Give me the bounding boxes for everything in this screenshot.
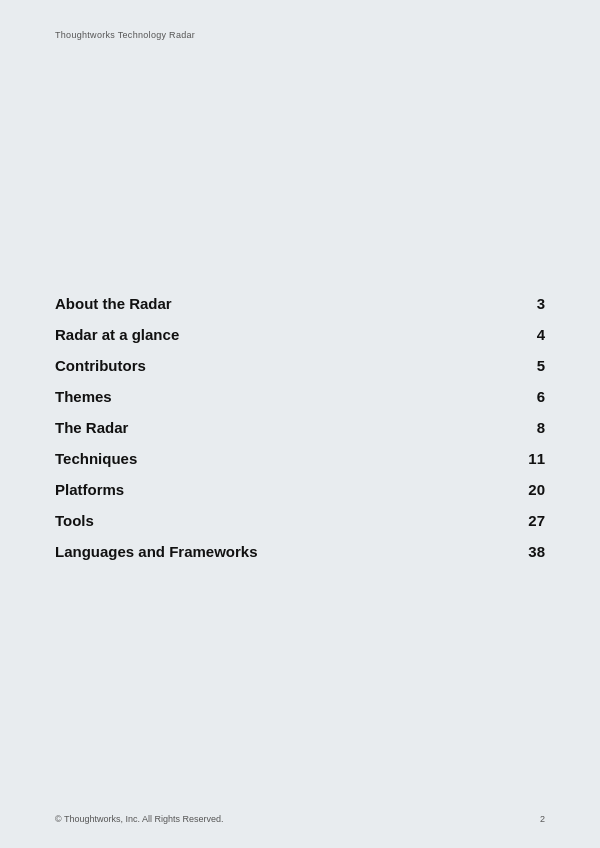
toc-item-page: 8 (537, 419, 545, 436)
toc-item: Radar at a glance4 (55, 326, 545, 343)
toc-item: Contributors5 (55, 357, 545, 374)
toc-item: Techniques11 (55, 450, 545, 467)
footer-copyright: © Thoughtworks, Inc. All Rights Reserved… (55, 814, 224, 824)
toc-item-page: 20 (528, 481, 545, 498)
page-header: Thoughtworks Technology Radar (55, 24, 545, 42)
toc-item: Platforms20 (55, 481, 545, 498)
toc-item: Tools27 (55, 512, 545, 529)
page: Thoughtworks Technology Radar About the … (0, 0, 600, 848)
toc-item-label: Platforms (55, 481, 124, 498)
toc-item-label: About the Radar (55, 295, 172, 312)
toc-item-page: 6 (537, 388, 545, 405)
toc-item-label: Contributors (55, 357, 146, 374)
toc-item-page: 11 (528, 450, 545, 467)
toc-item-label: The Radar (55, 419, 128, 436)
toc-item: About the Radar3 (55, 295, 545, 312)
toc-item-label: Techniques (55, 450, 137, 467)
page-footer: © Thoughtworks, Inc. All Rights Reserved… (55, 814, 545, 824)
toc-item: The Radar8 (55, 419, 545, 436)
toc-item-label: Tools (55, 512, 94, 529)
toc-item-label: Languages and Frameworks (55, 543, 258, 560)
footer-page-number: 2 (540, 814, 545, 824)
toc-item-label: Themes (55, 388, 112, 405)
table-of-contents: About the Radar3Radar at a glance4Contri… (55, 295, 545, 574)
toc-item-page: 5 (537, 357, 545, 374)
toc-item: Themes6 (55, 388, 545, 405)
toc-item-page: 3 (537, 295, 545, 312)
toc-item-page: 38 (528, 543, 545, 560)
toc-item-label: Radar at a glance (55, 326, 179, 343)
toc-item: Languages and Frameworks38 (55, 543, 545, 560)
toc-item-page: 27 (528, 512, 545, 529)
toc-item-page: 4 (537, 326, 545, 343)
header-title: Thoughtworks Technology Radar (55, 30, 195, 40)
